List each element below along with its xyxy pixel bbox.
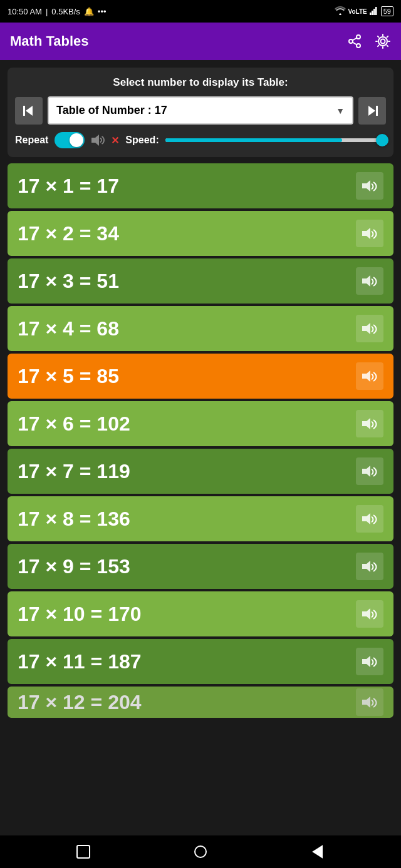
svg-marker-13 <box>368 106 375 116</box>
row-sound-button[interactable] <box>356 172 383 200</box>
row-sound-button[interactable] <box>356 688 383 716</box>
prev-table-button[interactable] <box>15 97 43 125</box>
status-data-speed: | <box>46 7 48 16</box>
table-row[interactable]: 17 × 3 = 51 <box>8 258 393 304</box>
svg-marker-16 <box>362 228 370 239</box>
row-sound-button[interactable] <box>356 362 383 390</box>
svg-point-5 <box>349 39 353 43</box>
svg-point-6 <box>357 44 360 48</box>
table-row[interactable]: 17 × 11 = 187 <box>8 639 393 684</box>
table-dropdown[interactable]: Table of Number : 17 ▼ <box>48 96 353 125</box>
row-sound-button[interactable] <box>356 553 383 580</box>
table-row-text: 17 × 10 = 170 <box>18 603 356 626</box>
svg-marker-17 <box>362 275 370 287</box>
table-row[interactable]: 17 × 8 = 136 <box>8 496 393 541</box>
signal-icon <box>370 6 378 17</box>
svg-marker-14 <box>91 135 99 146</box>
speed-label: Speed: <box>125 135 159 146</box>
next-table-button[interactable] <box>358 97 386 125</box>
table-row-text: 17 × 5 = 85 <box>18 365 356 388</box>
row-sound-button[interactable] <box>356 315 383 342</box>
svg-rect-2 <box>373 9 375 15</box>
app-title: Math Tables <box>10 33 89 49</box>
back-button[interactable] <box>304 838 331 865</box>
share-button[interactable] <box>347 34 362 49</box>
app-bar: Math Tables <box>0 23 401 60</box>
svg-marker-20 <box>362 418 370 429</box>
table-row[interactable]: 17 × 2 = 34 <box>8 211 393 256</box>
more-icon: ••• <box>98 7 107 16</box>
settings-button[interactable] <box>375 33 391 49</box>
row-sound-button[interactable] <box>356 267 383 295</box>
table-row-text: 17 × 9 = 153 <box>18 555 356 578</box>
app-bar-actions <box>347 33 391 49</box>
table-row[interactable]: 17 × 1 = 17 <box>8 163 393 208</box>
svg-rect-3 <box>375 7 377 15</box>
table-list: 17 × 1 = 17 17 × 2 = 34 17 × 3 = 51 17 ×… <box>8 163 393 718</box>
select-label: Select number to display its Table: <box>15 76 386 89</box>
svg-point-9 <box>381 39 385 44</box>
svg-marker-18 <box>362 323 370 334</box>
svg-point-28 <box>195 846 206 857</box>
controls-row: Repeat ✕ Speed: <box>15 132 386 148</box>
table-row[interactable]: 17 × 10 = 170 <box>8 591 393 636</box>
svg-rect-27 <box>77 845 90 858</box>
status-right: VoLTE 59 <box>335 6 393 17</box>
table-row-text: 17 × 2 = 34 <box>18 222 356 245</box>
row-sound-button[interactable] <box>356 410 383 437</box>
table-row[interactable]: 17 × 9 = 153 <box>8 544 393 589</box>
row-sound-button[interactable] <box>356 648 383 675</box>
table-row[interactable]: 17 × 12 = 204 <box>8 687 393 718</box>
svg-line-8 <box>353 38 357 41</box>
table-row-text: 17 × 3 = 51 <box>18 270 356 293</box>
svg-marker-23 <box>362 561 370 572</box>
table-row[interactable]: 17 × 7 = 119 <box>8 449 393 494</box>
svg-marker-11 <box>26 106 33 116</box>
lte-icon: VoLTE <box>348 8 367 15</box>
repeat-label: Repeat <box>15 135 48 146</box>
recent-apps-button[interactable] <box>70 838 97 865</box>
svg-marker-25 <box>362 656 370 667</box>
status-left: 10:50 AM | 0.5KB/s 🔔 ••• <box>8 7 107 16</box>
speed-slider[interactable] <box>165 134 386 146</box>
chevron-down-icon: ▼ <box>336 106 345 116</box>
row-sound-button[interactable] <box>356 505 383 533</box>
toggle-knob <box>70 133 83 147</box>
table-row[interactable]: 17 × 6 = 102 <box>8 401 393 446</box>
slider-thumb <box>376 134 388 146</box>
table-dropdown-label: Table of Number : 17 <box>56 104 167 117</box>
bottom-nav-bar <box>0 835 401 868</box>
svg-rect-12 <box>376 106 378 116</box>
control-panel: Select number to display its Table: Tabl… <box>8 68 393 157</box>
table-row-text: 17 × 8 = 136 <box>18 508 356 531</box>
table-selector-row: Table of Number : 17 ▼ <box>15 96 386 125</box>
repeat-toggle[interactable] <box>55 132 85 148</box>
svg-marker-24 <box>362 608 370 620</box>
table-row-text: 17 × 7 = 119 <box>18 460 356 483</box>
table-row-text: 17 × 11 = 187 <box>18 650 356 673</box>
svg-marker-26 <box>362 697 370 708</box>
svg-marker-15 <box>362 180 370 191</box>
notification-icon: 🔔 <box>84 7 94 16</box>
status-time: 10:50 AM <box>8 7 42 16</box>
svg-marker-29 <box>313 846 322 857</box>
table-row-text: 17 × 6 = 102 <box>18 412 356 436</box>
row-sound-button[interactable] <box>356 600 383 628</box>
svg-marker-21 <box>362 466 370 477</box>
table-row[interactable]: 17 × 4 = 68 <box>8 306 393 351</box>
status-speed: 0.5KB/s <box>51 7 80 16</box>
svg-marker-22 <box>362 513 370 524</box>
svg-rect-10 <box>23 106 25 116</box>
table-row[interactable]: 17 × 5 = 85 <box>8 354 393 399</box>
sound-button[interactable] <box>91 134 105 146</box>
home-button[interactable] <box>187 838 214 865</box>
slider-track <box>165 138 386 142</box>
table-row-text: 17 × 12 = 204 <box>18 691 356 714</box>
svg-line-7 <box>353 43 357 45</box>
wifi-icon <box>335 6 346 17</box>
svg-marker-19 <box>362 370 370 382</box>
row-sound-button[interactable] <box>356 220 383 247</box>
battery-icon: 59 <box>381 6 393 16</box>
svg-rect-1 <box>372 11 373 15</box>
row-sound-button[interactable] <box>356 457 383 485</box>
